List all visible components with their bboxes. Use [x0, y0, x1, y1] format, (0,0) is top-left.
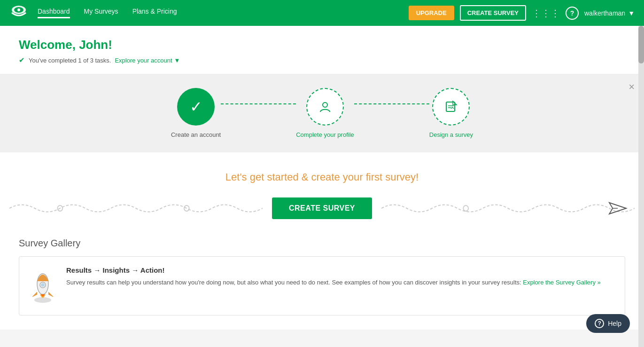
- progress-section: × ✓ Create an account Complete your prof…: [0, 74, 644, 152]
- user-first-name: John!: [79, 38, 112, 52]
- help-question-mark: ?: [598, 320, 601, 327]
- step-1-circle: ✓: [177, 88, 215, 126]
- question-mark: ?: [570, 9, 574, 17]
- grid-icon[interactable]: ⋮⋮⋮: [532, 8, 560, 19]
- scrollbar-track[interactable]: [638, 26, 644, 347]
- tasks-bar: ✔ You've completed 1 of 3 tasks. Explore…: [19, 56, 625, 64]
- steps-container: ✓ Create an account Complete your profil…: [158, 88, 487, 138]
- create-survey-main-button[interactable]: CREATE SURVEY: [272, 197, 372, 219]
- greeting-prefix: Welcome,: [19, 38, 79, 52]
- svg-point-7: [463, 205, 468, 211]
- wavy-line-right: [381, 199, 635, 218]
- svg-point-10: [34, 297, 51, 303]
- svg-point-2: [17, 8, 20, 11]
- welcome-title: Welcome, John!: [19, 38, 625, 52]
- step-connector-2: [354, 103, 429, 104]
- explore-link-text: Explore your account: [115, 57, 172, 64]
- gallery-card-content: Results → Insights → Action! Survey resu…: [66, 266, 601, 288]
- gallery-card-title: Results → Insights → Action!: [66, 266, 601, 274]
- step-create-account: ✓ Create an account: [171, 88, 221, 138]
- user-chevron: ▼: [628, 9, 635, 17]
- gallery-title: Survey Gallery: [19, 238, 625, 249]
- upgrade-button[interactable]: UPGRADE: [409, 6, 454, 20]
- svg-point-13: [41, 283, 45, 287]
- explore-account-link[interactable]: Explore your account ▼: [115, 57, 180, 64]
- cta-section: Let's get started & create your first su…: [0, 152, 644, 238]
- cta-row: CREATE SURVEY: [9, 197, 635, 219]
- step-1-label: Create an account: [171, 131, 221, 138]
- help-button[interactable]: ? Help: [586, 314, 630, 333]
- nav-plans-pricing[interactable]: Plans & Pricing: [132, 8, 177, 18]
- checkmark-icon: ✓: [190, 98, 202, 116]
- gallery-section: Survey Gallery Resul: [0, 238, 644, 330]
- step-complete-profile: Complete your profile: [296, 88, 354, 138]
- gallery-card-desc: Survey results can help you understand h…: [66, 278, 601, 288]
- logo[interactable]: [9, 4, 28, 23]
- nav-dashboard[interactable]: Dashboard: [38, 8, 70, 18]
- cta-title: Let's get started & create your first su…: [9, 171, 635, 183]
- tasks-text: You've completed 1 of 3 tasks.: [29, 57, 111, 64]
- gallery-desc-text: Survey results can help you understand h…: [66, 279, 521, 286]
- wavy-line-left: [9, 199, 263, 218]
- help-label: Help: [608, 320, 621, 327]
- step-design-survey: Design a survey: [429, 88, 473, 138]
- nav-my-surveys[interactable]: My Surveys: [84, 8, 118, 18]
- help-button-icon: ?: [595, 319, 604, 328]
- create-survey-nav-button[interactable]: CREATE SURVEY: [460, 5, 526, 21]
- step-3-circle[interactable]: [432, 88, 470, 126]
- gallery-card: Results → Insights → Action! Survey resu…: [19, 256, 625, 315]
- nav-links: Dashboard My Surveys Plans & Pricing: [38, 8, 177, 18]
- step-2-label: Complete your profile: [296, 131, 354, 138]
- username: walkerthaman: [584, 9, 625, 17]
- navbar: Dashboard My Surveys Plans & Pricing UPG…: [0, 0, 644, 26]
- svg-rect-4: [446, 102, 455, 111]
- close-button[interactable]: ×: [628, 81, 635, 93]
- gallery-explore-link[interactable]: Explore the Survey Gallery »: [523, 279, 600, 286]
- step-2-circle[interactable]: [306, 88, 344, 126]
- gallery-card-rocket-icon: [29, 266, 57, 306]
- step-connector-1: [221, 103, 296, 104]
- page-content: Welcome, John! ✔ You've completed 1 of 3…: [0, 26, 644, 74]
- user-menu[interactable]: walkerthaman ▼: [584, 9, 635, 17]
- explore-chevron: ▼: [174, 57, 180, 64]
- help-nav-icon[interactable]: ?: [566, 7, 579, 20]
- svg-point-3: [323, 103, 327, 107]
- scrollbar-thumb[interactable]: [638, 26, 644, 63]
- check-icon: ✔: [19, 56, 25, 64]
- nav-right: UPGRADE CREATE SURVEY ⋮⋮⋮ ? walkerthaman…: [409, 5, 635, 21]
- svg-marker-8: [609, 203, 626, 214]
- step-3-label: Design a survey: [429, 131, 473, 138]
